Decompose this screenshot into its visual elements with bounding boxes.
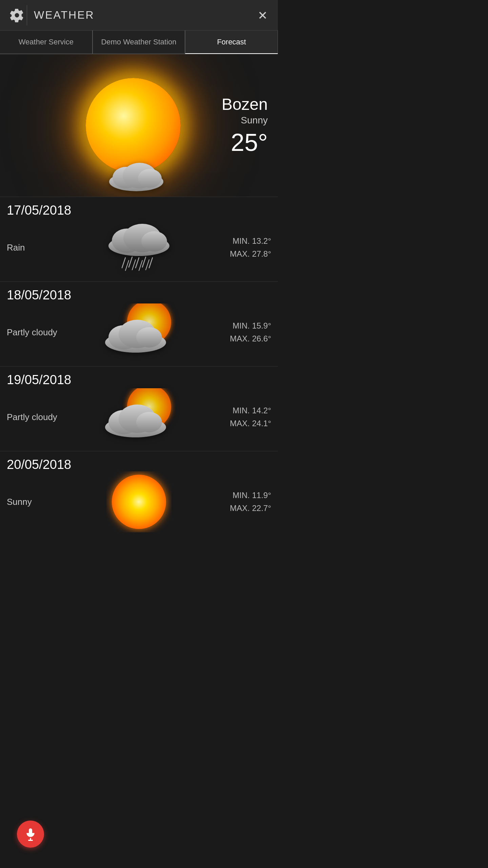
forecast-min-3: MIN. 14.2° bbox=[203, 404, 271, 417]
cloud-overlay-icon bbox=[106, 158, 167, 192]
forecast-date-2: 18/05/2018 bbox=[0, 282, 278, 305]
svg-line-11 bbox=[129, 257, 132, 267]
forecast-condition-2: Partly cloudy bbox=[7, 327, 75, 338]
svg-line-15 bbox=[125, 260, 129, 271]
forecast-max-3: MAX. 24.1° bbox=[203, 417, 271, 430]
sun-icon bbox=[76, 68, 191, 183]
tab-weather-service[interactable]: Weather Service bbox=[0, 31, 93, 54]
forecast-min-1: MIN. 13.2° bbox=[203, 235, 271, 248]
app-title: WEATHER bbox=[34, 9, 254, 21]
rain-icon bbox=[102, 220, 176, 275]
gear-button[interactable] bbox=[7, 5, 27, 25]
forecast-condition-3: Partly cloudy bbox=[7, 412, 75, 422]
forecast-max-2: MAX. 26.6° bbox=[203, 332, 271, 345]
forecast-temps-4: MIN. 11.9° MAX. 22.7° bbox=[203, 489, 271, 515]
svg-line-14 bbox=[149, 258, 152, 268]
forecast-condition-1: Rain bbox=[7, 242, 75, 253]
forecast-min-2: MIN. 15.9° bbox=[203, 319, 271, 332]
forecast-list: 17/05/2018 Rain bbox=[0, 197, 278, 536]
forecast-row-4: 20/05/2018 Sunny bbox=[0, 451, 278, 536]
forecast-icon-3 bbox=[75, 390, 203, 444]
forecast-min-4: MIN. 11.9° bbox=[203, 489, 271, 502]
svg-line-18 bbox=[146, 260, 149, 270]
forecast-row-3: 19/05/2018 Partly cloudy bbox=[0, 366, 278, 451]
forecast-max-1: MAX. 27.8° bbox=[203, 248, 271, 260]
current-location: Bozen bbox=[222, 95, 268, 114]
svg-point-29 bbox=[112, 475, 166, 529]
forecast-date-1: 17/05/2018 bbox=[0, 197, 278, 220]
forecast-temps-3: MIN. 14.2° MAX. 24.1° bbox=[203, 404, 271, 430]
current-temperature: 25° bbox=[222, 129, 268, 156]
sunny-icon bbox=[105, 471, 173, 532]
svg-point-9 bbox=[141, 231, 167, 252]
current-weather-info: Bozen Sunny 25° bbox=[222, 95, 268, 156]
svg-point-23 bbox=[136, 327, 162, 348]
gear-icon bbox=[9, 8, 24, 23]
forecast-row-1: 17/05/2018 Rain bbox=[0, 197, 278, 281]
svg-line-17 bbox=[139, 260, 142, 271]
current-weather-panel: Bozen Sunny 25° bbox=[0, 54, 278, 197]
tab-demo-station[interactable]: Demo Weather Station bbox=[93, 31, 185, 54]
tab-forecast[interactable]: Forecast bbox=[185, 31, 278, 54]
tab-bar: Weather Service Demo Weather Station For… bbox=[0, 31, 278, 54]
forecast-max-4: MAX. 22.7° bbox=[203, 502, 271, 515]
forecast-date-3: 19/05/2018 bbox=[0, 367, 278, 390]
partly-cloudy-icon-2 bbox=[98, 303, 180, 361]
forecast-icon-1 bbox=[75, 220, 203, 275]
svg-line-10 bbox=[122, 258, 125, 268]
forecast-temps-2: MIN. 15.9° MAX. 26.6° bbox=[203, 319, 271, 346]
svg-line-13 bbox=[142, 257, 146, 267]
svg-point-28 bbox=[136, 412, 162, 432]
forecast-row-2: 18/05/2018 Partly cloudy bbox=[0, 281, 278, 366]
close-button[interactable] bbox=[254, 7, 271, 24]
svg-line-16 bbox=[132, 260, 136, 270]
header: WEATHER bbox=[0, 0, 278, 31]
forecast-condition-4: Sunny bbox=[7, 497, 75, 507]
close-icon bbox=[257, 9, 269, 21]
svg-line-12 bbox=[136, 258, 139, 268]
forecast-temps-1: MIN. 13.2° MAX. 27.8° bbox=[203, 235, 271, 261]
partly-cloudy-icon-3 bbox=[98, 388, 180, 446]
svg-point-5 bbox=[138, 169, 162, 188]
forecast-icon-2 bbox=[75, 305, 203, 359]
current-condition: Sunny bbox=[222, 115, 268, 126]
forecast-icon-4 bbox=[75, 475, 203, 529]
